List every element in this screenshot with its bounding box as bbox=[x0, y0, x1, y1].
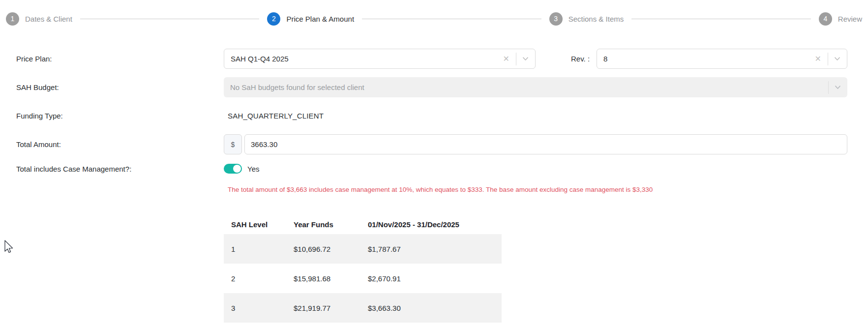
cell-period-funds: $2,670.91 bbox=[368, 264, 502, 293]
stepper-connector bbox=[362, 19, 541, 19]
table-row: 3 $21,919.77 $3,663.30 bbox=[224, 293, 502, 323]
currency-prefix: $ bbox=[224, 134, 242, 154]
cell-year-funds: $10,696.72 bbox=[294, 234, 368, 264]
step-2-circle: 2 bbox=[267, 12, 280, 26]
step-review[interactable]: 4 Review bbox=[819, 12, 862, 26]
case-management-warning: The total amount of $3,663 includes case… bbox=[228, 186, 847, 193]
cell-level: 2 bbox=[224, 264, 294, 293]
cell-period-funds: $3,663.30 bbox=[368, 293, 502, 323]
price-plan-selected-value: SAH Q1-Q4 2025 bbox=[231, 55, 289, 63]
price-plan-row: Price Plan: SAH Q1-Q4 2025 ✕ Rev. : 8 bbox=[0, 49, 868, 69]
case-management-state: Yes bbox=[247, 165, 259, 173]
case-management-toggle[interactable] bbox=[224, 164, 242, 174]
funding-type-row: Funding Type: SAH_QUARTERLY_CLIENT bbox=[0, 106, 868, 126]
sah-funds-table-wrap: SAH Level Year Funds 01/Nov/2025 - 31/De… bbox=[224, 214, 868, 323]
case-management-label: Total includes Case Management?: bbox=[0, 165, 224, 173]
suffix-divider bbox=[828, 81, 829, 94]
step-dates-client[interactable]: 1 Dates & Client bbox=[6, 12, 72, 26]
stepper-connector bbox=[80, 19, 260, 19]
price-plan-select[interactable]: SAH Q1-Q4 2025 ✕ bbox=[224, 49, 536, 69]
total-amount-row: Total Amount: $ bbox=[0, 134, 868, 154]
total-amount-label: Total Amount: bbox=[0, 140, 224, 149]
col-header-sah-level: SAH Level bbox=[224, 214, 294, 234]
cell-year-funds: $15,981.68 bbox=[294, 264, 368, 293]
cell-level: 1 bbox=[224, 234, 294, 264]
table-header-row: SAH Level Year Funds 01/Nov/2025 - 31/De… bbox=[224, 214, 502, 234]
rev-selected-value: 8 bbox=[603, 55, 607, 63]
wizard-stepper: 1 Dates & Client 2 Price Plan & Amount 3… bbox=[0, 0, 868, 27]
step-1-circle: 1 bbox=[6, 12, 19, 26]
col-header-period: 01/Nov/2025 - 31/Dec/2025 bbox=[368, 214, 502, 234]
table-row: 1 $10,696.72 $1,787.67 bbox=[224, 234, 502, 264]
stepper-connector bbox=[631, 19, 811, 19]
sah-budget-row: SAH Budget: No SaH budgets found for sel… bbox=[0, 77, 868, 97]
cell-level: 3 bbox=[224, 293, 294, 323]
step-1-label: Dates & Client bbox=[25, 15, 72, 23]
table-row: 2 $15,981.68 $2,670.91 bbox=[224, 264, 502, 293]
step-3-label: Sections & Items bbox=[569, 15, 624, 23]
sah-budget-placeholder: No SaH budgets found for selected client bbox=[230, 83, 364, 91]
rev-label: Rev. : bbox=[571, 55, 590, 63]
price-plan-label: Price Plan: bbox=[0, 55, 224, 63]
sah-budget-select-disabled: No SaH budgets found for selected client bbox=[224, 77, 847, 97]
suffix-divider bbox=[516, 53, 516, 65]
case-management-row: Total includes Case Management?: Yes bbox=[0, 163, 868, 175]
col-header-year-funds: Year Funds bbox=[294, 214, 368, 234]
wizard-screen: 1 Dates & Client 2 Price Plan & Amount 3… bbox=[0, 0, 868, 329]
mouse-cursor-icon bbox=[4, 240, 15, 258]
toggle-knob bbox=[233, 165, 241, 173]
chevron-down-icon bbox=[834, 84, 841, 91]
clear-icon[interactable]: ✕ bbox=[814, 54, 822, 64]
sah-budget-label: SAH Budget: bbox=[0, 83, 224, 91]
price-plan-form: Price Plan: SAH Q1-Q4 2025 ✕ Rev. : 8 bbox=[0, 49, 868, 193]
step-3-circle: 3 bbox=[549, 12, 563, 26]
step-sections-items[interactable]: 3 Sections & Items bbox=[549, 12, 624, 26]
cell-year-funds: $21,919.77 bbox=[294, 293, 368, 323]
chevron-down-icon[interactable] bbox=[522, 55, 529, 62]
funding-type-label: Funding Type: bbox=[0, 112, 224, 120]
chevron-down-icon[interactable] bbox=[834, 55, 841, 62]
step-2-label: Price Plan & Amount bbox=[286, 15, 354, 23]
step-4-label: Review bbox=[838, 15, 862, 23]
funding-type-value: SAH_QUARTERLY_CLIENT bbox=[224, 112, 324, 120]
warning-row: The total amount of $3,663 includes case… bbox=[0, 186, 868, 193]
total-amount-input[interactable] bbox=[244, 134, 847, 154]
step-4-circle: 4 bbox=[819, 12, 832, 26]
rev-select[interactable]: 8 ✕ bbox=[597, 49, 847, 69]
clear-icon[interactable]: ✕ bbox=[502, 54, 510, 64]
cell-period-funds: $1,787.67 bbox=[368, 234, 502, 264]
step-price-plan-amount[interactable]: 2 Price Plan & Amount bbox=[267, 12, 354, 26]
sah-funds-table: SAH Level Year Funds 01/Nov/2025 - 31/De… bbox=[224, 214, 502, 323]
suffix-divider bbox=[828, 53, 828, 65]
